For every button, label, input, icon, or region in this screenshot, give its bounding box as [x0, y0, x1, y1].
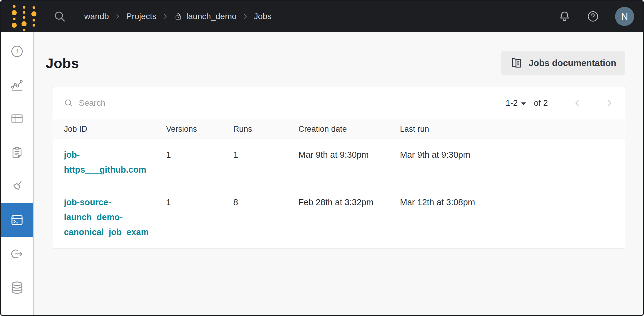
job-id-line: canonical_job_exam: [64, 225, 162, 240]
job-id-line: launch_demo-: [64, 210, 162, 225]
database-icon: [10, 280, 24, 295]
column-header-runs: Runs: [233, 119, 298, 139]
breadcrumb: wandb Projects launch_demo: [84, 11, 272, 22]
sidebar-item-artifacts[interactable]: [1, 271, 33, 304]
sidebar-item-workspace[interactable]: [1, 68, 33, 102]
creation-date-cell: Mar 9th at 9:30pm: [298, 139, 400, 186]
sidebar-item-table[interactable]: [1, 102, 33, 136]
jobs-documentation-label: Jobs documentation: [529, 58, 616, 68]
chevron-right-icon: [162, 13, 168, 20]
column-header-creation-date: Creation date: [298, 119, 400, 139]
info-circle-icon: i: [10, 44, 24, 59]
svg-text:i: i: [16, 47, 18, 56]
wandb-logo: [12, 2, 36, 31]
chevron-right-icon: [115, 13, 120, 20]
page-total-label: of 2: [534, 98, 548, 108]
page-range-dropdown[interactable]: 1-2: [506, 98, 526, 108]
versions-cell: 1: [166, 139, 233, 186]
jobs-documentation-button[interactable]: Jobs documentation: [501, 51, 625, 75]
breadcrumb-projects[interactable]: Projects: [126, 12, 157, 21]
jobs-table-card: 1-2 of 2 Job ID Versions: [53, 87, 625, 249]
table-row: job- https___github.com 1 1 Mar 9th at 9…: [53, 139, 625, 186]
wandb-app-window: wandb Projects launch_demo: [0, 0, 644, 316]
job-id-line: https___github.com: [64, 162, 162, 177]
line-chart-icon: [10, 78, 24, 92]
sidebar-item-jobs[interactable]: [1, 203, 33, 237]
column-header-job-id: Job ID: [64, 119, 166, 139]
pagination: 1-2 of 2: [506, 98, 614, 108]
page-title: Jobs: [46, 55, 79, 71]
breadcrumb-jobs[interactable]: Jobs: [254, 12, 272, 21]
sidebar-item-overview[interactable]: i: [1, 34, 33, 68]
main-content: Jobs Jobs documentation: [34, 32, 643, 315]
previous-page-button[interactable]: [572, 98, 582, 108]
runs-cell: 8: [233, 186, 298, 248]
job-id-link[interactable]: job-source- launch_demo- canonical_job_e…: [64, 195, 162, 240]
broom-icon: [10, 179, 24, 194]
column-header-last-run: Last run: [400, 119, 614, 139]
next-page-button[interactable]: [604, 98, 614, 108]
terminal-icon: [10, 213, 24, 227]
sidebar: i: [1, 32, 34, 315]
sidebar-item-sweeps[interactable]: [1, 169, 33, 203]
wandb-logo-dots: [31, 6, 36, 27]
job-id-line: job-: [64, 147, 162, 162]
table-row: job-source- launch_demo- canonical_job_e…: [53, 186, 625, 248]
search-icon: [64, 98, 73, 108]
chevron-right-icon: [243, 13, 248, 20]
table-header-row: Job ID Versions Runs Creation date Last …: [53, 119, 625, 139]
table-toolbar: 1-2 of 2: [53, 87, 625, 119]
clipboard-icon: [10, 146, 24, 159]
search-input[interactable]: [79, 98, 258, 108]
creation-date-cell: Feb 28th at 3:32pm: [298, 186, 400, 248]
wandb-logo-dots: [22, 2, 27, 31]
lock-icon: [174, 11, 183, 22]
topbar: wandb Projects launch_demo: [1, 1, 643, 32]
launch-arrow-icon: [10, 247, 24, 261]
runs-cell: 1: [233, 139, 298, 186]
search-box: [64, 98, 506, 108]
page-header: Jobs Jobs documentation: [46, 51, 625, 75]
wandb-logo-dots: [12, 5, 17, 28]
page-range-label: 1-2: [506, 98, 518, 108]
job-id-link[interactable]: job- https___github.com: [64, 147, 162, 177]
last-run-cell: Mar 12th at 3:08pm: [400, 186, 614, 248]
versions-cell: 1: [166, 186, 233, 248]
book-icon: [510, 57, 523, 69]
search-icon[interactable]: [53, 10, 66, 23]
topbar-actions: N: [558, 7, 634, 26]
column-header-versions: Versions: [166, 119, 233, 139]
job-id-line: job-source-: [64, 195, 162, 210]
last-run-cell: Mar 9th at 9:30pm: [400, 139, 614, 186]
sidebar-item-launch[interactable]: [1, 237, 33, 271]
sidebar-item-reports[interactable]: [1, 136, 33, 169]
help-icon[interactable]: [586, 10, 599, 23]
avatar[interactable]: N: [615, 7, 634, 26]
caret-down-icon: [521, 102, 526, 105]
breadcrumb-entity[interactable]: wandb: [84, 12, 109, 21]
bell-icon[interactable]: [558, 10, 571, 23]
breadcrumb-project-label[interactable]: launch_demo: [186, 12, 237, 21]
table-icon: [10, 112, 24, 126]
breadcrumb-project[interactable]: launch_demo: [174, 11, 237, 22]
